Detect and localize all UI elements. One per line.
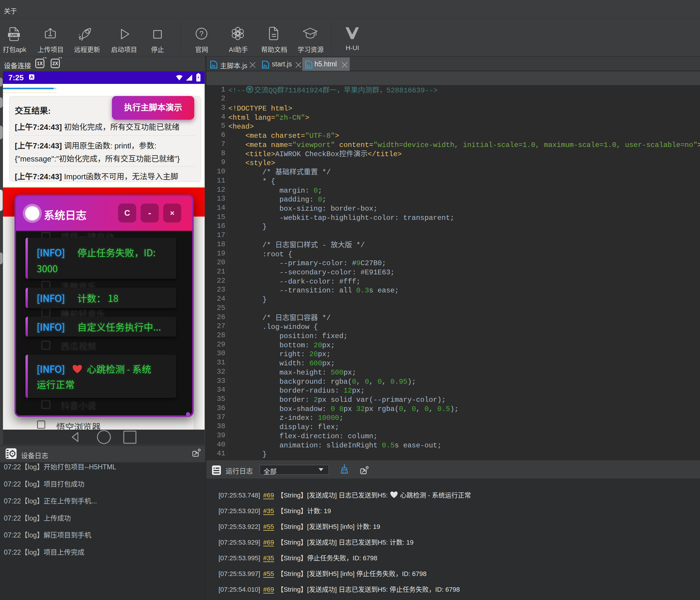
- svg-text:Js: Js: [211, 64, 215, 68]
- svg-text:APK: APK: [10, 33, 18, 37]
- svg-text:Js: Js: [306, 64, 310, 68]
- svg-text:Js: Js: [263, 64, 267, 68]
- svg-text:?: ?: [200, 30, 203, 38]
